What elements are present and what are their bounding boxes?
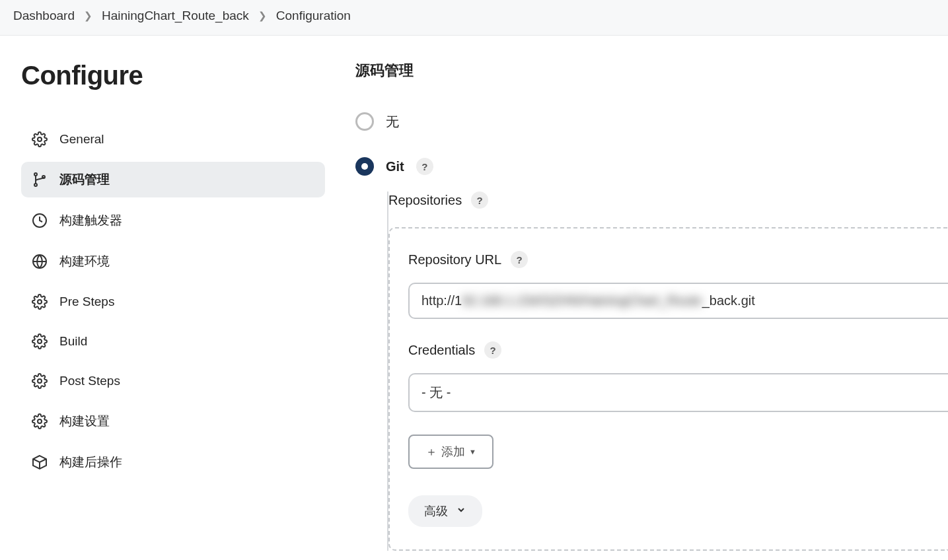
- radio-none[interactable]: [355, 112, 374, 131]
- package-icon: [32, 454, 48, 470]
- credentials-select[interactable]: - 无 -: [408, 373, 948, 412]
- sidebar-item-pre-steps[interactable]: Pre Steps: [21, 285, 325, 319]
- help-icon[interactable]: ?: [471, 192, 488, 209]
- sidebar-item-scm[interactable]: 源码管理: [21, 162, 325, 197]
- section-title: 源码管理: [355, 61, 948, 81]
- sidebar-item-post-build[interactable]: 构建后操作: [21, 444, 325, 480]
- branch-icon: [32, 172, 48, 188]
- gear-icon: [32, 294, 48, 310]
- svg-point-8: [38, 379, 42, 383]
- advanced-label: 高级: [424, 503, 448, 519]
- page-title: Configure: [21, 61, 325, 90]
- breadcrumb-item-dashboard[interactable]: Dashboard: [13, 9, 75, 23]
- sidebar-item-triggers[interactable]: 构建触发器: [21, 203, 325, 238]
- help-icon[interactable]: ?: [511, 251, 528, 268]
- repositories-label: Repositories: [388, 193, 462, 208]
- help-icon[interactable]: ?: [416, 158, 433, 175]
- advanced-button[interactable]: 高级: [408, 495, 482, 527]
- caret-down-icon: ▼: [469, 448, 476, 456]
- sidebar-item-label: 构建设置: [59, 413, 110, 430]
- sidebar: Configure General 源码管理 构建触发器: [0, 36, 337, 559]
- sidebar-item-general[interactable]: General: [21, 122, 325, 157]
- credentials-field: Credentials ? - 无 -: [408, 341, 948, 412]
- sidebar-item-label: 源码管理: [59, 171, 110, 188]
- scm-option-none[interactable]: 无: [355, 112, 948, 131]
- sidebar-item-label: Post Steps: [59, 374, 120, 388]
- sidebar-item-build-settings[interactable]: 构建设置: [21, 403, 325, 439]
- gear-icon: [32, 333, 48, 349]
- breadcrumb: Dashboard ❯ HainingChart_Route_back ❯ Co…: [0, 0, 948, 36]
- sidebar-item-label: Pre Steps: [59, 295, 114, 309]
- svg-point-1: [34, 173, 37, 176]
- gear-icon: [32, 131, 48, 147]
- breadcrumb-item-project[interactable]: HainingChart_Route_back: [102, 9, 249, 23]
- radio-git[interactable]: [355, 157, 374, 176]
- chevron-down-icon: [456, 505, 466, 518]
- credentials-label: Credentials: [408, 343, 475, 358]
- sidebar-item-label: 构建触发器: [59, 212, 122, 229]
- sidebar-item-label: 构建后操作: [59, 454, 122, 471]
- sidebar-item-label: General: [59, 132, 104, 147]
- chevron-right-icon: ❯: [84, 10, 92, 22]
- git-section: Repositories ? Repository URL ? http://1…: [387, 192, 948, 551]
- repository-box: Repository URL ? http://192.168.1.234/SZ…: [388, 227, 948, 551]
- radio-none-label: 无: [386, 113, 399, 131]
- svg-point-0: [38, 137, 42, 141]
- svg-point-2: [34, 184, 37, 186]
- radio-git-label: Git: [386, 159, 404, 174]
- help-icon[interactable]: ?: [484, 341, 501, 359]
- repo-url-input[interactable]: http://192.168.1.234/SZHN/HainingChart_R…: [408, 283, 948, 319]
- add-credentials-button[interactable]: ＋添加 ▼: [408, 435, 493, 469]
- repositories-label-row: Repositories ?: [388, 192, 948, 227]
- main-content: 源码管理 无 Git ? Repositories ? Repository U…: [337, 36, 948, 559]
- scm-option-git[interactable]: Git ?: [355, 157, 948, 176]
- gear-icon: [32, 373, 48, 389]
- clock-icon: [32, 213, 48, 228]
- breadcrumb-item-configuration[interactable]: Configuration: [276, 9, 351, 23]
- svg-point-6: [38, 300, 42, 304]
- svg-point-7: [38, 339, 42, 343]
- sidebar-item-build[interactable]: Build: [21, 324, 325, 359]
- repo-url-label: Repository URL: [408, 252, 501, 267]
- sidebar-item-post-steps[interactable]: Post Steps: [21, 364, 325, 398]
- plus-icon: ＋: [425, 444, 437, 460]
- gear-icon: [32, 413, 48, 429]
- chevron-right-icon: ❯: [258, 10, 267, 22]
- scm-radio-group: 无 Git ?: [355, 112, 948, 176]
- svg-point-9: [38, 419, 42, 423]
- sidebar-item-label: Build: [59, 334, 87, 349]
- sidebar-nav: General 源码管理 构建触发器 构建环境: [21, 122, 325, 480]
- sidebar-item-environment[interactable]: 构建环境: [21, 244, 325, 279]
- globe-icon: [32, 254, 48, 269]
- add-button-label: 添加: [441, 444, 465, 460]
- repo-url-field: Repository URL ? http://192.168.1.234/SZ…: [408, 251, 948, 319]
- sidebar-item-label: 构建环境: [59, 253, 110, 270]
